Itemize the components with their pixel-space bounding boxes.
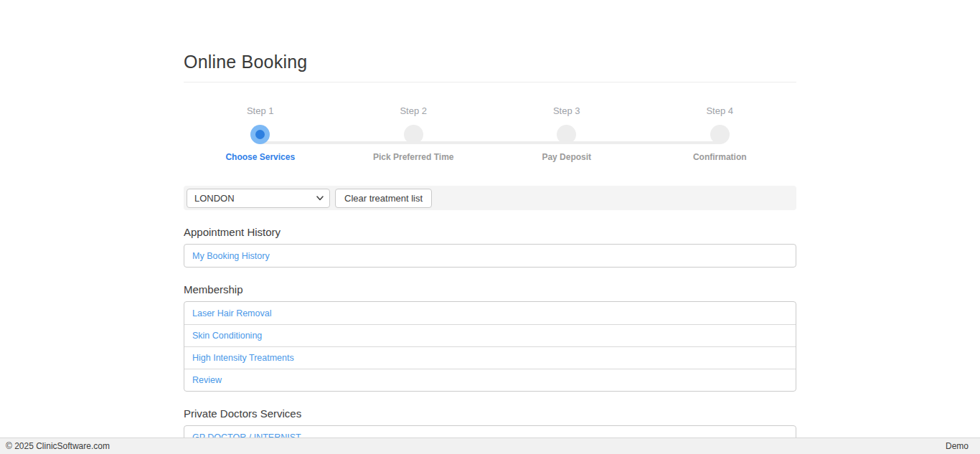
membership-list: Laser Hair Removal Skin Conditioning Hig… [184,301,796,392]
my-booking-history-link[interactable]: My Booking History [192,251,270,261]
step-2-pick-preferred-time: Step 2 Pick Preferred Time [337,105,491,162]
step-3-pay-deposit: Step 3 Pay Deposit [490,105,644,162]
list-item[interactable]: Review [184,369,796,391]
step-3-dot-icon [557,125,576,144]
laser-hair-removal-link[interactable]: Laser Hair Removal [192,308,271,318]
appointment-history-list: My Booking History [184,244,796,268]
location-select[interactable]: LONDON [187,189,330,208]
step-name-label: Pick Preferred Time [373,152,454,162]
step-name-label: Choose Services [225,152,295,162]
section-heading-appointment-history: Appointment History [184,226,796,238]
step-4-dot-icon [710,125,730,144]
list-item[interactable]: My Booking History [184,245,796,267]
step-number-label: Step 1 [247,105,274,117]
footer-copyright: © 2025 ClinicSoftware.com [6,441,110,451]
step-number-label: Step 4 [706,105,733,117]
location-select-wrap: LONDON [187,189,330,208]
section-heading-membership: Membership [184,283,796,295]
skin-conditioning-link[interactable]: Skin Conditioning [192,331,262,341]
page-title: Online Booking [184,52,796,72]
step-number-label: Step 3 [553,105,580,117]
step-4-confirmation: Step 4 Confirmation [644,105,797,162]
step-2-dot-icon [404,125,423,144]
booking-stepper: Step 1 Choose Services Step 2 Pick Prefe… [184,105,796,162]
high-intensity-treatments-link[interactable]: High Intensity Treatments [192,353,294,363]
clear-treatment-list-button[interactable]: Clear treatment list [335,189,432,208]
list-item[interactable]: Laser Hair Removal [184,302,796,324]
step-number-label: Step 2 [400,105,427,117]
step-1-choose-services: Step 1 Choose Services [184,105,337,162]
list-item[interactable]: High Intensity Treatments [184,346,796,369]
step-1-dot-icon [250,125,270,144]
step-name-label: Confirmation [693,152,747,162]
review-link[interactable]: Review [192,375,222,385]
title-divider [184,82,796,82]
list-item[interactable]: Skin Conditioning [184,324,796,346]
footer: © 2025 ClinicSoftware.com Demo [0,438,980,454]
step-name-label: Pay Deposit [542,152,591,162]
section-heading-private-doctors-services: Private Doctors Services [184,407,796,420]
main-content: Online Booking Step 1 Choose Services St… [184,0,796,449]
footer-demo-label: Demo [946,441,969,451]
filter-toolbar: LONDON Clear treatment list [184,186,796,210]
